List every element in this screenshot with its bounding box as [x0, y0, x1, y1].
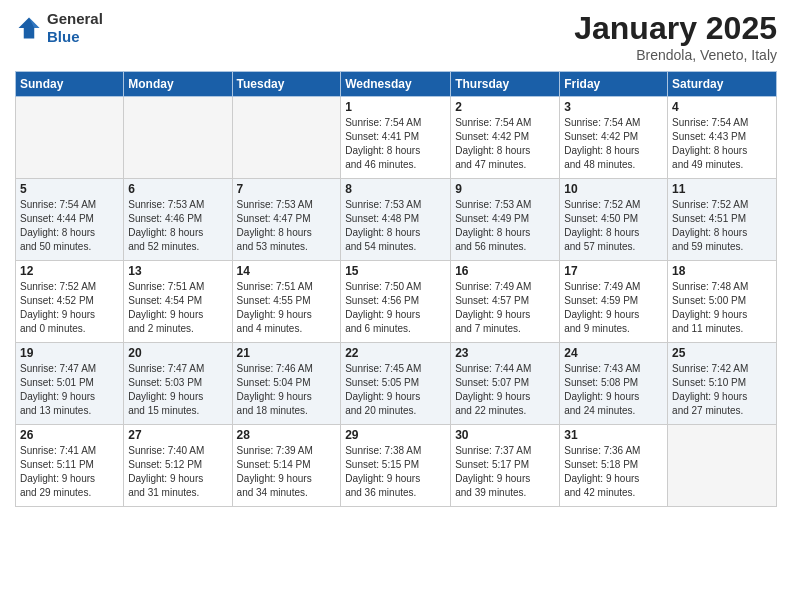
day-info: Sunrise: 7:46 AM Sunset: 5:04 PM Dayligh… [237, 362, 337, 418]
calendar-week-row: 19Sunrise: 7:47 AM Sunset: 5:01 PM Dayli… [16, 343, 777, 425]
calendar-cell: 23Sunrise: 7:44 AM Sunset: 5:07 PM Dayli… [451, 343, 560, 425]
col-header-tuesday: Tuesday [232, 72, 341, 97]
day-info: Sunrise: 7:54 AM Sunset: 4:42 PM Dayligh… [455, 116, 555, 172]
day-number: 1 [345, 100, 446, 114]
day-info: Sunrise: 7:54 AM Sunset: 4:43 PM Dayligh… [672, 116, 772, 172]
calendar-cell: 24Sunrise: 7:43 AM Sunset: 5:08 PM Dayli… [560, 343, 668, 425]
calendar-cell: 13Sunrise: 7:51 AM Sunset: 4:54 PM Dayli… [124, 261, 232, 343]
logo-icon [15, 14, 43, 42]
logo-blue: Blue [47, 28, 80, 45]
day-info: Sunrise: 7:43 AM Sunset: 5:08 PM Dayligh… [564, 362, 663, 418]
calendar-cell: 22Sunrise: 7:45 AM Sunset: 5:05 PM Dayli… [341, 343, 451, 425]
day-number: 23 [455, 346, 555, 360]
day-number: 21 [237, 346, 337, 360]
calendar-cell: 4Sunrise: 7:54 AM Sunset: 4:43 PM Daylig… [668, 97, 777, 179]
title-block: January 2025 Brendola, Veneto, Italy [574, 10, 777, 63]
day-number: 25 [672, 346, 772, 360]
header: General Blue January 2025 Brendola, Vene… [15, 10, 777, 63]
logo-text: General Blue [47, 10, 103, 46]
calendar-cell: 7Sunrise: 7:53 AM Sunset: 4:47 PM Daylig… [232, 179, 341, 261]
day-number: 4 [672, 100, 772, 114]
col-header-monday: Monday [124, 72, 232, 97]
calendar-cell: 9Sunrise: 7:53 AM Sunset: 4:49 PM Daylig… [451, 179, 560, 261]
day-info: Sunrise: 7:47 AM Sunset: 5:03 PM Dayligh… [128, 362, 227, 418]
calendar-cell [124, 97, 232, 179]
location: Brendola, Veneto, Italy [574, 47, 777, 63]
col-header-sunday: Sunday [16, 72, 124, 97]
day-info: Sunrise: 7:47 AM Sunset: 5:01 PM Dayligh… [20, 362, 119, 418]
calendar-cell [668, 425, 777, 507]
calendar-header-row: SundayMondayTuesdayWednesdayThursdayFrid… [16, 72, 777, 97]
calendar-cell: 17Sunrise: 7:49 AM Sunset: 4:59 PM Dayli… [560, 261, 668, 343]
day-number: 11 [672, 182, 772, 196]
calendar-cell: 11Sunrise: 7:52 AM Sunset: 4:51 PM Dayli… [668, 179, 777, 261]
calendar-cell: 29Sunrise: 7:38 AM Sunset: 5:15 PM Dayli… [341, 425, 451, 507]
day-number: 18 [672, 264, 772, 278]
day-number: 5 [20, 182, 119, 196]
day-info: Sunrise: 7:52 AM Sunset: 4:51 PM Dayligh… [672, 198, 772, 254]
day-number: 12 [20, 264, 119, 278]
day-number: 31 [564, 428, 663, 442]
calendar-cell: 3Sunrise: 7:54 AM Sunset: 4:42 PM Daylig… [560, 97, 668, 179]
day-number: 24 [564, 346, 663, 360]
day-info: Sunrise: 7:53 AM Sunset: 4:46 PM Dayligh… [128, 198, 227, 254]
calendar-week-row: 1Sunrise: 7:54 AM Sunset: 4:41 PM Daylig… [16, 97, 777, 179]
calendar-table: SundayMondayTuesdayWednesdayThursdayFrid… [15, 71, 777, 507]
day-number: 7 [237, 182, 337, 196]
day-info: Sunrise: 7:40 AM Sunset: 5:12 PM Dayligh… [128, 444, 227, 500]
calendar-cell: 25Sunrise: 7:42 AM Sunset: 5:10 PM Dayli… [668, 343, 777, 425]
day-info: Sunrise: 7:41 AM Sunset: 5:11 PM Dayligh… [20, 444, 119, 500]
page: General Blue January 2025 Brendola, Vene… [0, 0, 792, 612]
calendar-cell: 20Sunrise: 7:47 AM Sunset: 5:03 PM Dayli… [124, 343, 232, 425]
day-number: 30 [455, 428, 555, 442]
day-number: 9 [455, 182, 555, 196]
day-number: 3 [564, 100, 663, 114]
day-number: 29 [345, 428, 446, 442]
logo: General Blue [15, 10, 103, 46]
calendar-cell: 1Sunrise: 7:54 AM Sunset: 4:41 PM Daylig… [341, 97, 451, 179]
calendar-cell: 14Sunrise: 7:51 AM Sunset: 4:55 PM Dayli… [232, 261, 341, 343]
calendar-cell: 27Sunrise: 7:40 AM Sunset: 5:12 PM Dayli… [124, 425, 232, 507]
day-number: 26 [20, 428, 119, 442]
calendar-cell [232, 97, 341, 179]
logo-general: General [47, 10, 103, 27]
day-number: 27 [128, 428, 227, 442]
day-info: Sunrise: 7:48 AM Sunset: 5:00 PM Dayligh… [672, 280, 772, 336]
day-info: Sunrise: 7:42 AM Sunset: 5:10 PM Dayligh… [672, 362, 772, 418]
calendar-week-row: 5Sunrise: 7:54 AM Sunset: 4:44 PM Daylig… [16, 179, 777, 261]
day-number: 8 [345, 182, 446, 196]
calendar-cell: 12Sunrise: 7:52 AM Sunset: 4:52 PM Dayli… [16, 261, 124, 343]
day-info: Sunrise: 7:53 AM Sunset: 4:48 PM Dayligh… [345, 198, 446, 254]
day-info: Sunrise: 7:52 AM Sunset: 4:50 PM Dayligh… [564, 198, 663, 254]
day-number: 2 [455, 100, 555, 114]
calendar-cell: 21Sunrise: 7:46 AM Sunset: 5:04 PM Dayli… [232, 343, 341, 425]
day-info: Sunrise: 7:50 AM Sunset: 4:56 PM Dayligh… [345, 280, 446, 336]
day-info: Sunrise: 7:51 AM Sunset: 4:55 PM Dayligh… [237, 280, 337, 336]
day-info: Sunrise: 7:54 AM Sunset: 4:44 PM Dayligh… [20, 198, 119, 254]
day-info: Sunrise: 7:36 AM Sunset: 5:18 PM Dayligh… [564, 444, 663, 500]
col-header-friday: Friday [560, 72, 668, 97]
calendar-cell: 18Sunrise: 7:48 AM Sunset: 5:00 PM Dayli… [668, 261, 777, 343]
day-number: 6 [128, 182, 227, 196]
day-number: 15 [345, 264, 446, 278]
calendar-cell: 16Sunrise: 7:49 AM Sunset: 4:57 PM Dayli… [451, 261, 560, 343]
day-number: 20 [128, 346, 227, 360]
calendar-week-row: 26Sunrise: 7:41 AM Sunset: 5:11 PM Dayli… [16, 425, 777, 507]
day-info: Sunrise: 7:39 AM Sunset: 5:14 PM Dayligh… [237, 444, 337, 500]
day-number: 22 [345, 346, 446, 360]
day-number: 28 [237, 428, 337, 442]
month-title: January 2025 [574, 10, 777, 47]
day-info: Sunrise: 7:38 AM Sunset: 5:15 PM Dayligh… [345, 444, 446, 500]
calendar-cell: 26Sunrise: 7:41 AM Sunset: 5:11 PM Dayli… [16, 425, 124, 507]
day-number: 17 [564, 264, 663, 278]
day-info: Sunrise: 7:54 AM Sunset: 4:42 PM Dayligh… [564, 116, 663, 172]
calendar-cell: 31Sunrise: 7:36 AM Sunset: 5:18 PM Dayli… [560, 425, 668, 507]
day-number: 13 [128, 264, 227, 278]
day-info: Sunrise: 7:44 AM Sunset: 5:07 PM Dayligh… [455, 362, 555, 418]
calendar-cell: 6Sunrise: 7:53 AM Sunset: 4:46 PM Daylig… [124, 179, 232, 261]
col-header-saturday: Saturday [668, 72, 777, 97]
day-number: 16 [455, 264, 555, 278]
day-number: 14 [237, 264, 337, 278]
calendar-cell: 5Sunrise: 7:54 AM Sunset: 4:44 PM Daylig… [16, 179, 124, 261]
day-number: 10 [564, 182, 663, 196]
